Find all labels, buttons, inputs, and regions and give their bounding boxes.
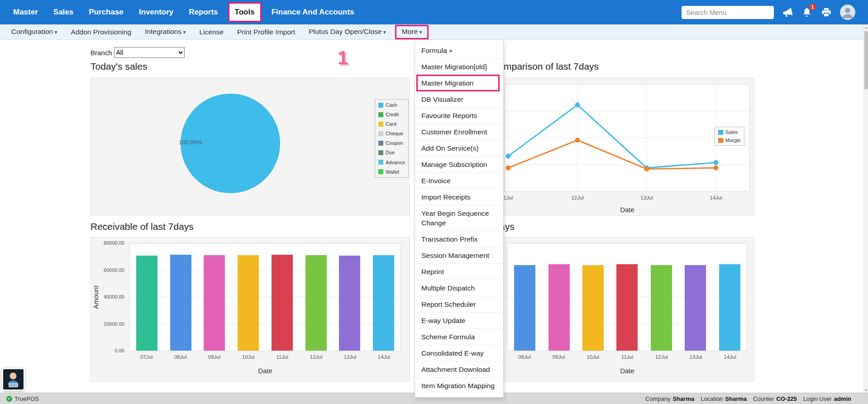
printer-glyph bbox=[821, 7, 832, 18]
menu-item-formula[interactable]: Formula bbox=[415, 42, 503, 59]
announcement-icon[interactable] bbox=[781, 5, 795, 19]
bar-14jul bbox=[373, 255, 394, 351]
nav-finance-and-accounts[interactable]: Finance And Accounts bbox=[264, 0, 362, 24]
bar-plot-area bbox=[507, 243, 747, 351]
status-label: Login User bbox=[803, 395, 832, 402]
menu-item-reprint[interactable]: Reprint bbox=[415, 264, 503, 280]
subnav-plutus-day-open-close[interactable]: Plutus Day Open/Close bbox=[302, 24, 392, 40]
notification-badge: 1 bbox=[809, 4, 816, 10]
scroll-down-arrow-icon[interactable] bbox=[864, 387, 868, 393]
menu-item-e-invoice[interactable]: E-Invoice bbox=[415, 173, 503, 189]
menu-item-master-migration-old[interactable]: Master Migration[old] bbox=[415, 59, 503, 75]
subnav-license[interactable]: License bbox=[192, 24, 230, 40]
legend-item: Margin bbox=[718, 138, 741, 143]
bar-x-axis-label: Date bbox=[507, 367, 747, 375]
x-tick-label: 07Jul bbox=[136, 354, 157, 360]
bar-08jul bbox=[514, 265, 535, 351]
truepos-mascot-widget[interactable] bbox=[2, 368, 25, 391]
x-tick-label: 12Jul bbox=[651, 354, 672, 360]
scrollbar-thumb[interactable] bbox=[864, 31, 868, 90]
bar-x-ticks: 08Jul09Jul10Jul11Jul12Jul13Jul14Jul bbox=[507, 354, 747, 360]
legend-item: Due bbox=[378, 150, 405, 155]
status-value: Sharma bbox=[672, 395, 694, 402]
bar-14jul bbox=[719, 264, 740, 351]
annotation-box-more: More bbox=[395, 25, 429, 39]
menu-item-attachment-download[interactable]: Attachment Download bbox=[415, 361, 503, 378]
search-input[interactable] bbox=[682, 6, 774, 19]
sales-point bbox=[575, 102, 580, 107]
menu-item-scheme-formula[interactable]: Scheme Formula bbox=[415, 329, 503, 345]
nav-sales[interactable]: Sales bbox=[46, 0, 81, 24]
y-tick-label: 0.00 bbox=[115, 348, 124, 353]
menu-item-master-migration[interactable]: Master Migration bbox=[415, 75, 503, 91]
x-tick-label: 08Jul bbox=[170, 354, 191, 360]
coupon-swatch bbox=[378, 141, 383, 146]
subnav-integrations[interactable]: Integrations bbox=[138, 24, 192, 40]
menu-item-manage-subscription[interactable]: Manage Subscription bbox=[415, 157, 503, 173]
menu-item-item-migration-mapping[interactable]: Item Migration Mapping bbox=[415, 378, 503, 394]
nav-reports[interactable]: Reports bbox=[181, 0, 225, 24]
bar-x-axis-label: Date bbox=[129, 367, 401, 375]
legend-label: Card bbox=[386, 121, 396, 127]
sales-point bbox=[506, 154, 511, 159]
legend-label: Credit bbox=[386, 112, 399, 117]
nav-inventory[interactable]: Inventory bbox=[131, 0, 181, 24]
line-x-axis-label: Date bbox=[505, 206, 749, 214]
x-tick-label: 14Jul bbox=[705, 195, 727, 200]
bars bbox=[508, 244, 747, 351]
user-avatar[interactable] bbox=[840, 5, 855, 20]
menu-item-add-on-services[interactable]: Add On Service(s) bbox=[415, 140, 503, 157]
mascot-image bbox=[3, 369, 24, 390]
y-tick-label: 20000.00 bbox=[104, 321, 124, 327]
vertical-scrollbar[interactable] bbox=[863, 24, 868, 393]
menu-item-customer-enrollment[interactable]: Customer Enrollment bbox=[415, 124, 503, 140]
legend-item: Cheque bbox=[378, 131, 405, 136]
nav-purchase[interactable]: Purchase bbox=[81, 0, 131, 24]
x-tick-label: 13Jul bbox=[339, 354, 361, 360]
status-value: Sharma bbox=[725, 395, 747, 402]
avatar-glyph bbox=[840, 5, 855, 20]
menu-item-multiple-dispatch[interactable]: Multiple Dispatch bbox=[415, 280, 503, 296]
x-tick-label: 08Jul bbox=[514, 354, 535, 360]
y-tick-label: 60000.00 bbox=[104, 267, 124, 273]
menu-item-session-management[interactable]: Session Management bbox=[415, 247, 503, 264]
status-label: Counter bbox=[753, 395, 774, 402]
subnav-more[interactable]: More bbox=[396, 26, 428, 38]
nav-tools[interactable]: Tools bbox=[228, 2, 262, 22]
subnav-print-profile-import[interactable]: Print Profile Import bbox=[230, 24, 302, 40]
submenu-arrow-icon bbox=[450, 45, 453, 55]
pie-data-label: 100.00% bbox=[166, 139, 215, 146]
scroll-up-arrow-icon[interactable] bbox=[864, 24, 868, 30]
menu-item-report-scheduler[interactable]: Report Scheduler bbox=[415, 296, 503, 313]
legend-item: Cash bbox=[378, 102, 405, 108]
menu-item-favourite-reports[interactable]: Favourite Reports bbox=[415, 108, 503, 124]
menu-item-db-visualizer[interactable]: DB Visualizer bbox=[415, 91, 503, 108]
notifications-bell-icon[interactable]: 1 bbox=[801, 6, 813, 18]
branch-select[interactable]: All bbox=[114, 47, 185, 58]
margin-point bbox=[575, 138, 580, 143]
subnav-configuration[interactable]: Configuration bbox=[5, 24, 64, 40]
subnav-addon-provisioning[interactable]: Addon Provisioning bbox=[64, 24, 138, 40]
legend-item: Wallet bbox=[378, 169, 405, 175]
x-tick-label: 12Jul bbox=[566, 195, 589, 200]
x-tick-label: 13Jul bbox=[635, 195, 658, 200]
bar-07jul bbox=[136, 256, 157, 351]
wallet-swatch bbox=[378, 169, 383, 174]
menu-item-import-receipts[interactable]: Import Receipts bbox=[415, 189, 503, 205]
printer-icon[interactable] bbox=[820, 6, 832, 18]
nav-master[interactable]: Master bbox=[5, 0, 46, 24]
due-swatch bbox=[378, 150, 383, 155]
bar-09jul bbox=[548, 264, 570, 351]
sales-swatch bbox=[718, 130, 723, 135]
menu-item-e-way-update[interactable]: E-way Update bbox=[415, 313, 503, 329]
status-value: CO-225 bbox=[776, 395, 797, 402]
menu-item-year-begin-sequence-change[interactable]: Year Begin Sequence Change bbox=[415, 205, 503, 231]
card-swatch bbox=[378, 122, 383, 127]
menu-item-transaction-prefix[interactable]: Transaction Prefix bbox=[415, 231, 503, 247]
x-tick-label: 13Jul bbox=[685, 354, 706, 360]
menu-item-consolidated-e-way[interactable]: Consolidated E-way bbox=[415, 345, 503, 361]
margin-point bbox=[506, 166, 511, 171]
legend-label: Advance bbox=[386, 160, 405, 165]
x-tick-label: 10Jul bbox=[238, 354, 259, 360]
cash-swatch bbox=[378, 103, 383, 108]
